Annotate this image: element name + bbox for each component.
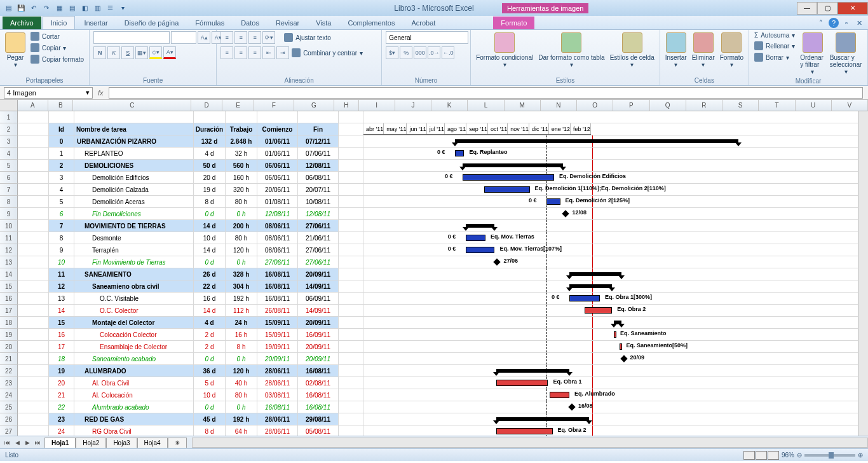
cell[interactable]: 132 d bbox=[194, 135, 226, 148]
qa-btn[interactable]: ▾ bbox=[117, 3, 128, 14]
cell[interactable]: 16 h bbox=[226, 329, 257, 341]
font-combo[interactable] bbox=[93, 31, 170, 44]
cell[interactable]: 21/06/11 bbox=[298, 232, 339, 244]
cell[interactable]: 06/06/11 bbox=[257, 160, 298, 172]
cell[interactable]: 20/07/11 bbox=[298, 184, 339, 196]
cell[interactable]: 01/08/11 bbox=[257, 196, 298, 208]
view-pagebreak-button[interactable] bbox=[768, 451, 779, 460]
cell[interactable]: 20/09/11 bbox=[257, 353, 298, 365]
tab-diseno[interactable]: Diseño de página bbox=[117, 17, 187, 29]
cell[interactable]: 14/09/11 bbox=[298, 280, 339, 293]
cell[interactable]: 14 d bbox=[194, 305, 226, 317]
file-tab[interactable]: Archivo bbox=[3, 17, 41, 29]
cell[interactable]: 27/06/11 bbox=[298, 244, 339, 256]
cell[interactable]: 17 bbox=[49, 341, 74, 353]
col-header[interactable]: H bbox=[334, 100, 359, 111]
align-right[interactable]: ≡ bbox=[248, 46, 261, 59]
col-header[interactable]: N bbox=[541, 100, 577, 111]
minimize-button[interactable]: — bbox=[797, 2, 817, 15]
vertical-scrollbar[interactable] bbox=[858, 111, 868, 436]
row-header[interactable]: 25 bbox=[0, 401, 18, 413]
delete-cells-button[interactable]: Eliminar▾ bbox=[691, 31, 716, 69]
col-header[interactable]: U bbox=[796, 100, 832, 111]
col-header[interactable]: O bbox=[577, 100, 613, 111]
cell[interactable]: RED DE GAS bbox=[74, 413, 194, 425]
row-header[interactable]: 18 bbox=[0, 317, 18, 329]
cell[interactable]: 0 d bbox=[194, 353, 226, 365]
cell[interactable]: 15/09/11 bbox=[257, 317, 298, 329]
orientation[interactable]: ⟳▾ bbox=[262, 31, 275, 44]
italic-button[interactable]: K bbox=[107, 46, 120, 59]
cell[interactable]: 10 d bbox=[194, 389, 226, 401]
align-center[interactable]: ≡ bbox=[234, 46, 247, 59]
col-header[interactable]: S bbox=[722, 100, 759, 111]
col-header[interactable]: B bbox=[48, 100, 73, 111]
cell[interactable]: 23 bbox=[49, 413, 74, 425]
cell[interactable]: 08/06/11 bbox=[257, 244, 298, 256]
col-header[interactable]: F bbox=[254, 100, 294, 111]
cell[interactable]: 07/06/11 bbox=[298, 148, 339, 160]
col-header[interactable]: T bbox=[759, 100, 795, 111]
cell[interactable]: 7 bbox=[49, 220, 74, 232]
cell[interactable]: 560 h bbox=[226, 160, 257, 172]
col-header[interactable]: A bbox=[18, 100, 48, 111]
cell[interactable]: 21 bbox=[49, 389, 74, 401]
cell[interactable]: 0 d bbox=[194, 256, 226, 268]
row-header[interactable]: 8 bbox=[0, 196, 18, 208]
cell[interactable]: REPLANTEO bbox=[74, 148, 194, 160]
percent-button[interactable]: % bbox=[400, 46, 412, 59]
font-color-button[interactable]: A▾ bbox=[163, 46, 176, 59]
cell[interactable]: Fin bbox=[298, 123, 339, 135]
align-top[interactable]: ≡ bbox=[220, 31, 233, 44]
cell[interactable]: 16/08/11 bbox=[298, 401, 339, 413]
cell[interactable]: URBANIZACIÓN PIZARRO bbox=[74, 135, 194, 148]
sheet-tab[interactable]: Hoja2 bbox=[76, 438, 106, 448]
cell[interactable]: Terraplén bbox=[74, 244, 194, 256]
cell[interactable]: Montaje del Colector bbox=[74, 317, 194, 329]
cell[interactable]: 160 h bbox=[226, 172, 257, 184]
cell[interactable]: Alumbrado acabado bbox=[74, 401, 194, 413]
fx-icon[interactable]: fx bbox=[98, 89, 104, 97]
close-button[interactable]: ✕ bbox=[837, 2, 868, 15]
select-all-corner[interactable] bbox=[0, 100, 18, 111]
cell[interactable]: 06/06/11 bbox=[257, 172, 298, 184]
row-header[interactable]: 20 bbox=[0, 341, 18, 353]
cell[interactable]: Al. Colocación bbox=[74, 389, 194, 401]
cell[interactable]: 320 h bbox=[226, 184, 257, 196]
cell[interactable]: 328 h bbox=[226, 268, 257, 280]
excel-icon[interactable]: ▤ bbox=[3, 3, 14, 14]
cell[interactable]: 29/08/11 bbox=[298, 413, 339, 425]
paste-button[interactable]: Pegar▾ bbox=[4, 31, 27, 69]
tab-inicio[interactable]: Inicio bbox=[43, 16, 76, 29]
format-cells-button[interactable]: Formato▾ bbox=[719, 31, 745, 69]
cell[interactable]: 10 d bbox=[194, 232, 226, 244]
cell[interactable]: 192 h bbox=[226, 413, 257, 425]
cell[interactable]: Nombre de tarea bbox=[74, 123, 194, 135]
col-header[interactable]: D bbox=[191, 100, 222, 111]
cell[interactable]: Demolición Aceras bbox=[74, 196, 194, 208]
cell[interactable]: 16/08/11 bbox=[257, 280, 298, 293]
inc-decimal-button[interactable]: .0→ bbox=[428, 46, 440, 59]
indent-inc[interactable]: ⇥ bbox=[276, 46, 289, 59]
qa-btn[interactable]: ◧ bbox=[79, 3, 90, 14]
sheet-nav-prev[interactable]: ◀ bbox=[13, 438, 22, 447]
cell[interactable]: 0 d bbox=[194, 208, 226, 220]
row-header[interactable]: 26 bbox=[0, 413, 18, 425]
cell[interactable]: 200 h bbox=[226, 220, 257, 232]
cell[interactable]: 32 h bbox=[226, 148, 257, 160]
cell[interactable]: 15/09/11 bbox=[257, 329, 298, 341]
tab-acrobat[interactable]: Acrobat bbox=[403, 17, 443, 29]
col-header[interactable]: E bbox=[222, 100, 254, 111]
cut-button[interactable]: Cortar bbox=[29, 31, 85, 41]
qa-btn[interactable]: ▤ bbox=[66, 3, 78, 14]
cell[interactable]: 16 bbox=[49, 329, 74, 341]
cell[interactable]: 26/08/11 bbox=[257, 305, 298, 317]
borders-button[interactable]: ▦▾ bbox=[135, 46, 148, 59]
cell[interactable]: 19/09/11 bbox=[257, 341, 298, 353]
cell[interactable]: Comienzo bbox=[257, 123, 298, 135]
help-icon[interactable]: ? bbox=[829, 18, 839, 28]
cell[interactable]: 16/08/11 bbox=[257, 401, 298, 413]
col-header[interactable]: Q bbox=[650, 100, 686, 111]
col-header[interactable]: R bbox=[686, 100, 722, 111]
cell[interactable]: 8 d bbox=[194, 425, 226, 436]
